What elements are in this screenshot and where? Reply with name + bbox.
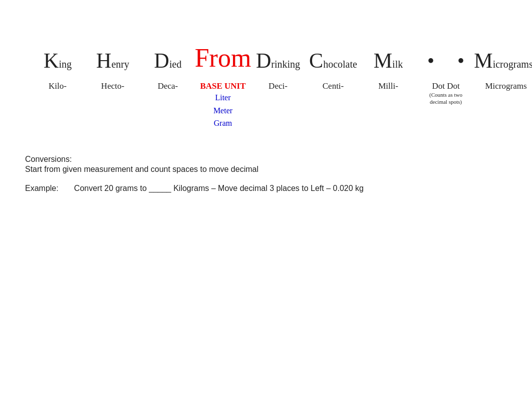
conversions-section: Conversions: Start from given measuremen… xyxy=(0,130,532,193)
mnemonic-word-henry: Henry xyxy=(96,50,129,71)
base-unit-sub-units: Liter Meter Gram xyxy=(213,91,232,130)
mnemonic-word-drinking: Drinking xyxy=(256,50,300,71)
letter-D-died: D xyxy=(154,49,169,72)
prefix-micrograms: Micrograms xyxy=(485,81,526,91)
example-line: Example: Convert 20 grams to _____ Kilog… xyxy=(25,184,532,193)
prefix-cell-centi: Centi- xyxy=(306,81,361,91)
mnemonic-cell-dot2: • xyxy=(446,51,476,71)
dot-dot-block: Dot Dot (Counts as two decimal spots) xyxy=(423,81,468,106)
suffix-enry: enry xyxy=(111,59,129,70)
from-word: From xyxy=(195,45,251,71)
dot1-symbol: • xyxy=(427,51,434,71)
dot-dot-sub: (Counts as two decimal spots) xyxy=(423,91,468,106)
mnemonic-cell-died: Died xyxy=(140,50,195,71)
prefix-deci: Deci- xyxy=(269,81,288,91)
prefix-centi: Centi- xyxy=(323,81,344,91)
mnemonic-top-row: King Henry Died From Drinking Chocolate … xyxy=(0,0,532,71)
prefix-deca: Deca- xyxy=(158,81,178,91)
prefix-cell-hecto: Hecto- xyxy=(85,81,140,91)
sub-unit-meter: Meter xyxy=(213,104,232,117)
sub-unit-liter: Liter xyxy=(213,91,232,104)
prefix-cell-deci: Deci- xyxy=(250,81,306,91)
mnemonic-word-micrograms: Micrograms xyxy=(474,50,532,71)
example-text: Convert 20 grams to _____ Kilograms – Mo… xyxy=(74,184,364,192)
suffix-ilk: ilk xyxy=(392,59,403,70)
mnemonic-cell-henry: Henry xyxy=(85,50,140,71)
prefix-cell-micrograms: Micrograms xyxy=(476,81,531,91)
mnemonic-cell-chocolate: Chocolate xyxy=(306,50,361,71)
dot-dot-title: Dot Dot xyxy=(432,81,459,91)
suffix-icrograms: icrograms xyxy=(493,59,532,70)
prefix-cell-kilo: Kilo- xyxy=(30,81,85,91)
prefix-cell-milli: Milli- xyxy=(361,81,416,91)
letter-D-drinking: D xyxy=(256,49,271,72)
mnemonic-word-died: Died xyxy=(154,50,182,71)
suffix-ing: ing xyxy=(59,59,72,70)
letter-M-milk: M xyxy=(374,49,392,72)
mnemonic-cell-from: From xyxy=(195,45,250,71)
suffix-hocolate: hocolate xyxy=(323,59,357,70)
mnemonic-cell-dot1: • xyxy=(416,51,446,71)
letter-M-micrograms: M xyxy=(474,49,492,72)
sub-unit-gram: Gram xyxy=(213,117,232,130)
suffix-rinking: rinking xyxy=(271,59,300,70)
prefix-kilo: Kilo- xyxy=(49,81,67,91)
mnemonic-word-milk: Milk xyxy=(374,50,403,71)
prefix-row: Kilo- Hecto- Deca- BASE UNIT Liter Meter… xyxy=(0,81,532,130)
mnemonic-cell-milk: Milk xyxy=(361,50,416,71)
letter-C: C xyxy=(309,49,323,72)
mnemonic-cell-king: King xyxy=(30,50,85,71)
mnemonic-word-king: King xyxy=(44,50,72,71)
base-unit-label: BASE UNIT xyxy=(200,81,245,91)
letter-H: H xyxy=(96,49,111,72)
mnemonic-cell-drinking: Drinking xyxy=(250,50,306,71)
dot2-symbol: • xyxy=(457,51,464,71)
example-label: Example: xyxy=(25,184,59,192)
mnemonic-word-chocolate: Chocolate xyxy=(309,50,357,71)
prefix-cell-base: BASE UNIT Liter Meter Gram xyxy=(195,81,250,130)
prefix-hecto: Hecto- xyxy=(101,81,124,91)
conversions-title: Conversions: xyxy=(25,155,532,164)
letter-K: K xyxy=(44,49,59,72)
prefix-cell-deca: Deca- xyxy=(140,81,195,91)
prefix-milli: Milli- xyxy=(378,81,398,91)
conversions-description: Start from given measurement and count s… xyxy=(25,165,532,174)
prefix-cell-dotdot: Dot Dot (Counts as two decimal spots) xyxy=(416,81,476,106)
base-unit-block: BASE UNIT Liter Meter Gram xyxy=(200,81,245,130)
mnemonic-cell-micrograms: Micrograms xyxy=(476,50,531,71)
suffix-ied: ied xyxy=(169,59,181,70)
